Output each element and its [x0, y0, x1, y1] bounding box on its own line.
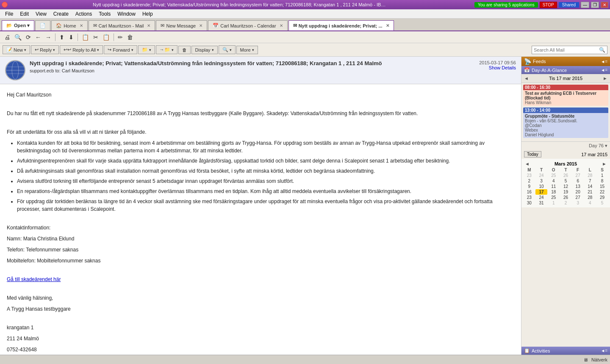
mini-cal-day[interactable]: 5 [560, 178, 572, 184]
tab-home[interactable]: 🏠 Home ✕ [51, 20, 87, 30]
mini-cal-day[interactable]: 1 [547, 200, 560, 206]
forward-button[interactable]: ↪ Forward ▾ [104, 45, 137, 54]
mini-cal-day[interactable]: 25 [547, 173, 560, 178]
new-button[interactable]: 📝 New ▾ [3, 45, 30, 54]
mini-cal-day[interactable]: 15 [596, 184, 608, 189]
day-selector[interactable]: Day 76 ▾ [521, 141, 610, 150]
toolbar-print[interactable]: 🖨 [3, 33, 12, 41]
stop-button[interactable]: STOP [540, 2, 557, 8]
mini-cal-day[interactable]: 20 [572, 189, 584, 195]
close-button[interactable]: ✕ [601, 2, 608, 8]
tab-calendar-close[interactable]: ✕ [280, 23, 283, 28]
mini-cal-day[interactable]: 11 [547, 184, 560, 189]
mini-cal-day[interactable]: 24 [535, 173, 548, 178]
mini-cal-day[interactable]: 1 [596, 173, 608, 178]
mini-cal-day[interactable]: 8 [596, 178, 608, 184]
tab-doc[interactable]: 📄 [35, 20, 50, 30]
mini-cal-day[interactable]: 4 [547, 178, 560, 184]
reply-button[interactable]: ↩ Reply ▾ [31, 45, 59, 54]
mini-cal-day[interactable]: 22 [596, 189, 608, 195]
menu-tools[interactable]: Tools [95, 10, 114, 18]
mini-cal-day[interactable]: 30 [523, 200, 535, 206]
mini-cal-day[interactable]: 31 [535, 200, 548, 206]
mini-cal-day[interactable]: 16 [523, 189, 535, 195]
mini-cal-day[interactable]: 23 [523, 195, 535, 200]
mini-cal-day[interactable]: 2 [560, 200, 572, 206]
folder-button[interactable]: 📁 ▾ [138, 45, 155, 54]
tab-newmsg-close[interactable]: ✕ [199, 23, 202, 28]
toolbar-delete-tb[interactable]: 🗑 [125, 33, 135, 41]
menu-help[interactable]: Help [139, 10, 156, 18]
toolbar-forward-nav[interactable]: → [44, 33, 53, 41]
feeds-collapse[interactable]: ◄= [601, 59, 607, 64]
tab-open[interactable]: 📂 Open ▾ [2, 20, 34, 30]
mini-cal-day[interactable]: 27 [572, 173, 584, 178]
more-button[interactable]: More ▾ [236, 46, 258, 54]
toolbar-edit[interactable]: ✏ [116, 33, 125, 41]
mini-cal-day[interactable]: 23 [523, 173, 535, 178]
mini-cal-day[interactable]: 26 [560, 195, 572, 200]
mini-cal-day[interactable]: 28 [584, 173, 596, 178]
mini-cal-day[interactable]: 5 [596, 200, 608, 206]
mini-cal-day[interactable]: 26 [560, 173, 572, 178]
tab-newmsg[interactable]: ✉ New Message ✕ [156, 20, 207, 30]
toolbar-cut[interactable]: ✂ [92, 33, 100, 41]
search-submit-icon[interactable]: 🔍 [599, 47, 605, 53]
tab-current-close[interactable]: ✕ [386, 23, 389, 28]
tab-home-close[interactable]: ✕ [80, 23, 83, 28]
restore-button[interactable]: ❐ [591, 2, 599, 8]
menu-window[interactable]: Window [114, 10, 139, 18]
delete-button[interactable]: 🗑 [178, 46, 191, 54]
today-button[interactable]: Today [524, 151, 541, 157]
search-all-mail-input[interactable] [534, 47, 597, 52]
mini-cal-day[interactable]: 4 [584, 200, 596, 206]
toolbar-refresh[interactable]: ⟳ [24, 33, 33, 41]
mini-cal-day[interactable]: 28 [584, 195, 596, 200]
skadearet-link[interactable]: Gå till skadeärendet här [7, 276, 61, 282]
mini-cal-day[interactable]: 3 [535, 178, 548, 184]
toolbar-up[interactable]: ⬆ [58, 33, 66, 41]
mini-cal-day[interactable]: 17 [535, 189, 548, 195]
mini-cal-next[interactable]: ► [602, 161, 607, 166]
menu-create[interactable]: Create [50, 10, 72, 18]
day-next-btn[interactable]: ► [603, 76, 607, 81]
day-prev-btn[interactable]: ◄ [524, 76, 529, 81]
toolbar-down[interactable]: ⬇ [67, 33, 75, 41]
mini-cal-day[interactable]: 24 [535, 195, 548, 200]
activities-collapse[interactable]: ◄= [601, 348, 607, 353]
mini-cal-day[interactable]: 12 [560, 184, 572, 189]
move-button[interactable]: →📁 ▾ [156, 45, 177, 54]
menu-actions[interactable]: Actions [72, 10, 95, 18]
os-close-btn[interactable] [2, 2, 8, 8]
mini-cal-day[interactable]: 6 [572, 178, 584, 184]
mini-cal-day[interactable]: 21 [584, 189, 596, 195]
mini-cal-prev[interactable]: ◄ [525, 161, 530, 166]
mini-cal-day[interactable]: 29 [596, 195, 608, 200]
toolbar-paste[interactable]: 📋 [101, 33, 111, 41]
tab-calendar[interactable]: 📅 Carl Mauritzson - Calendar ✕ [208, 20, 287, 30]
mini-cal-day[interactable]: 25 [547, 195, 560, 200]
minimize-button[interactable]: — [581, 2, 589, 8]
reply-all-button[interactable]: ↩↩ Reply to All ▾ [60, 45, 103, 54]
mini-cal-day[interactable]: 19 [560, 189, 572, 195]
mini-cal-day[interactable]: 13 [572, 184, 584, 189]
tab-mail[interactable]: ✉ Carl Mauritzson - Mail ✕ [89, 20, 155, 30]
tab-mail-close[interactable]: ✕ [147, 23, 150, 28]
mini-cal-day[interactable]: 18 [547, 189, 560, 195]
show-details-link[interactable]: Show Details [479, 65, 516, 70]
display-button[interactable]: Display ▾ [191, 46, 218, 54]
menu-file[interactable]: File [2, 10, 17, 18]
dag-collapse[interactable]: ◄= [601, 68, 607, 72]
mini-cal-day[interactable]: 7 [584, 178, 596, 184]
mini-cal-day[interactable]: 9 [523, 184, 535, 189]
toolbar-back[interactable]: ← [33, 33, 43, 41]
mini-cal-day[interactable]: 10 [535, 184, 548, 189]
toolbar-search[interactable]: 🔍 [13, 33, 23, 41]
mini-cal-day[interactable]: 27 [572, 195, 584, 200]
toolbar-copy[interactable]: 📋 [80, 33, 91, 41]
mini-cal-day[interactable]: 3 [572, 200, 584, 206]
tab-current[interactable]: ✉ Nytt uppdrag i skadeärende; Privat; ..… [288, 20, 394, 30]
mini-cal-day[interactable]: 2 [523, 178, 535, 184]
search-action-button[interactable]: 🔍 ▾ [219, 45, 236, 54]
mini-cal-day[interactable]: 14 [584, 184, 596, 189]
